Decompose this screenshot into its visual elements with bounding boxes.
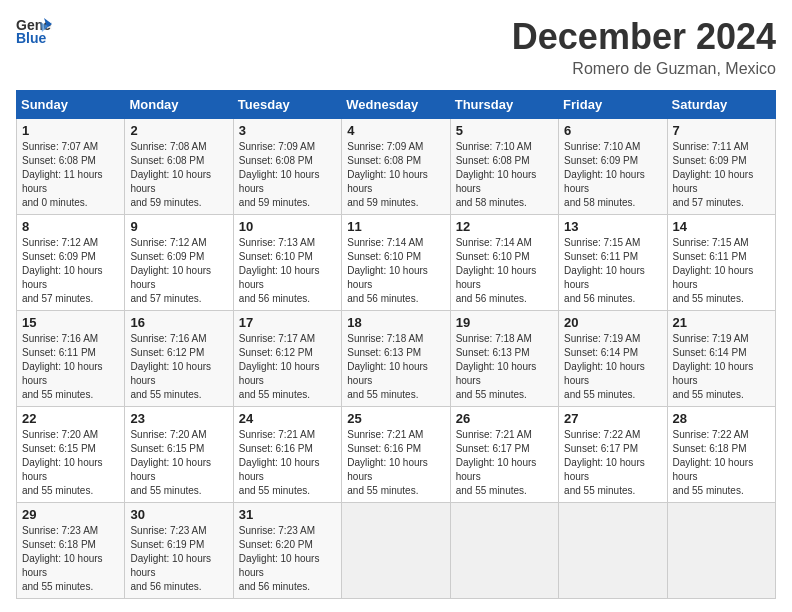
- calendar-cell: 25Sunrise: 7:21 AMSunset: 6:16 PMDayligh…: [342, 407, 450, 503]
- day-info: Sunrise: 7:12 AMSunset: 6:09 PMDaylight:…: [130, 236, 227, 306]
- week-row-3: 15Sunrise: 7:16 AMSunset: 6:11 PMDayligh…: [17, 311, 776, 407]
- calendar-cell: 29Sunrise: 7:23 AMSunset: 6:18 PMDayligh…: [17, 503, 125, 599]
- column-header-saturday: Saturday: [667, 91, 775, 119]
- day-number: 28: [673, 411, 770, 426]
- day-number: 11: [347, 219, 444, 234]
- calendar-cell: 24Sunrise: 7:21 AMSunset: 6:16 PMDayligh…: [233, 407, 341, 503]
- day-info: Sunrise: 7:18 AMSunset: 6:13 PMDaylight:…: [347, 332, 444, 402]
- calendar-cell: 15Sunrise: 7:16 AMSunset: 6:11 PMDayligh…: [17, 311, 125, 407]
- column-header-thursday: Thursday: [450, 91, 558, 119]
- day-info: Sunrise: 7:22 AMSunset: 6:18 PMDaylight:…: [673, 428, 770, 498]
- week-row-5: 29Sunrise: 7:23 AMSunset: 6:18 PMDayligh…: [17, 503, 776, 599]
- day-number: 24: [239, 411, 336, 426]
- calendar-cell: 17Sunrise: 7:17 AMSunset: 6:12 PMDayligh…: [233, 311, 341, 407]
- calendar-cell: 20Sunrise: 7:19 AMSunset: 6:14 PMDayligh…: [559, 311, 667, 407]
- calendar-cell: 16Sunrise: 7:16 AMSunset: 6:12 PMDayligh…: [125, 311, 233, 407]
- day-info: Sunrise: 7:13 AMSunset: 6:10 PMDaylight:…: [239, 236, 336, 306]
- day-number: 22: [22, 411, 119, 426]
- day-number: 5: [456, 123, 553, 138]
- day-info: Sunrise: 7:21 AMSunset: 6:16 PMDaylight:…: [347, 428, 444, 498]
- calendar-cell: [342, 503, 450, 599]
- week-row-1: 1Sunrise: 7:07 AMSunset: 6:08 PMDaylight…: [17, 119, 776, 215]
- day-info: Sunrise: 7:20 AMSunset: 6:15 PMDaylight:…: [22, 428, 119, 498]
- day-info: Sunrise: 7:21 AMSunset: 6:17 PMDaylight:…: [456, 428, 553, 498]
- day-number: 7: [673, 123, 770, 138]
- day-number: 29: [22, 507, 119, 522]
- day-number: 30: [130, 507, 227, 522]
- calendar-cell: 1Sunrise: 7:07 AMSunset: 6:08 PMDaylight…: [17, 119, 125, 215]
- calendar-cell: 12Sunrise: 7:14 AMSunset: 6:10 PMDayligh…: [450, 215, 558, 311]
- day-info: Sunrise: 7:15 AMSunset: 6:11 PMDaylight:…: [673, 236, 770, 306]
- day-info: Sunrise: 7:14 AMSunset: 6:10 PMDaylight:…: [456, 236, 553, 306]
- day-number: 16: [130, 315, 227, 330]
- column-header-wednesday: Wednesday: [342, 91, 450, 119]
- day-number: 9: [130, 219, 227, 234]
- calendar-cell: [667, 503, 775, 599]
- day-number: 3: [239, 123, 336, 138]
- calendar-cell: 19Sunrise: 7:18 AMSunset: 6:13 PMDayligh…: [450, 311, 558, 407]
- day-number: 4: [347, 123, 444, 138]
- calendar-cell: 5Sunrise: 7:10 AMSunset: 6:08 PMDaylight…: [450, 119, 558, 215]
- calendar-cell: 31Sunrise: 7:23 AMSunset: 6:20 PMDayligh…: [233, 503, 341, 599]
- day-info: Sunrise: 7:08 AMSunset: 6:08 PMDaylight:…: [130, 140, 227, 210]
- svg-text:Blue: Blue: [16, 30, 47, 46]
- column-header-sunday: Sunday: [17, 91, 125, 119]
- day-info: Sunrise: 7:09 AMSunset: 6:08 PMDaylight:…: [239, 140, 336, 210]
- calendar-cell: 27Sunrise: 7:22 AMSunset: 6:17 PMDayligh…: [559, 407, 667, 503]
- calendar-cell: 26Sunrise: 7:21 AMSunset: 6:17 PMDayligh…: [450, 407, 558, 503]
- day-info: Sunrise: 7:12 AMSunset: 6:09 PMDaylight:…: [22, 236, 119, 306]
- calendar-cell: 13Sunrise: 7:15 AMSunset: 6:11 PMDayligh…: [559, 215, 667, 311]
- day-info: Sunrise: 7:20 AMSunset: 6:15 PMDaylight:…: [130, 428, 227, 498]
- column-header-friday: Friday: [559, 91, 667, 119]
- calendar-cell: [559, 503, 667, 599]
- day-info: Sunrise: 7:07 AMSunset: 6:08 PMDaylight:…: [22, 140, 119, 210]
- calendar-cell: 3Sunrise: 7:09 AMSunset: 6:08 PMDaylight…: [233, 119, 341, 215]
- column-header-tuesday: Tuesday: [233, 91, 341, 119]
- day-number: 13: [564, 219, 661, 234]
- day-info: Sunrise: 7:23 AMSunset: 6:20 PMDaylight:…: [239, 524, 336, 594]
- day-info: Sunrise: 7:23 AMSunset: 6:18 PMDaylight:…: [22, 524, 119, 594]
- calendar-cell: 14Sunrise: 7:15 AMSunset: 6:11 PMDayligh…: [667, 215, 775, 311]
- calendar-cell: 2Sunrise: 7:08 AMSunset: 6:08 PMDaylight…: [125, 119, 233, 215]
- day-number: 10: [239, 219, 336, 234]
- calendar-cell: 7Sunrise: 7:11 AMSunset: 6:09 PMDaylight…: [667, 119, 775, 215]
- day-info: Sunrise: 7:15 AMSunset: 6:11 PMDaylight:…: [564, 236, 661, 306]
- week-row-4: 22Sunrise: 7:20 AMSunset: 6:15 PMDayligh…: [17, 407, 776, 503]
- day-info: Sunrise: 7:17 AMSunset: 6:12 PMDaylight:…: [239, 332, 336, 402]
- day-number: 26: [456, 411, 553, 426]
- day-number: 31: [239, 507, 336, 522]
- day-number: 25: [347, 411, 444, 426]
- calendar-cell: 8Sunrise: 7:12 AMSunset: 6:09 PMDaylight…: [17, 215, 125, 311]
- column-header-monday: Monday: [125, 91, 233, 119]
- day-number: 27: [564, 411, 661, 426]
- day-number: 1: [22, 123, 119, 138]
- day-number: 12: [456, 219, 553, 234]
- day-number: 2: [130, 123, 227, 138]
- day-number: 19: [456, 315, 553, 330]
- day-info: Sunrise: 7:09 AMSunset: 6:08 PMDaylight:…: [347, 140, 444, 210]
- day-info: Sunrise: 7:10 AMSunset: 6:08 PMDaylight:…: [456, 140, 553, 210]
- day-info: Sunrise: 7:16 AMSunset: 6:12 PMDaylight:…: [130, 332, 227, 402]
- day-number: 23: [130, 411, 227, 426]
- calendar-header-row: SundayMondayTuesdayWednesdayThursdayFrid…: [17, 91, 776, 119]
- day-info: Sunrise: 7:11 AMSunset: 6:09 PMDaylight:…: [673, 140, 770, 210]
- day-number: 17: [239, 315, 336, 330]
- calendar-table: SundayMondayTuesdayWednesdayThursdayFrid…: [16, 90, 776, 599]
- week-row-2: 8Sunrise: 7:12 AMSunset: 6:09 PMDaylight…: [17, 215, 776, 311]
- day-info: Sunrise: 7:10 AMSunset: 6:09 PMDaylight:…: [564, 140, 661, 210]
- day-number: 21: [673, 315, 770, 330]
- calendar-cell: 30Sunrise: 7:23 AMSunset: 6:19 PMDayligh…: [125, 503, 233, 599]
- logo: General Blue: [16, 16, 52, 50]
- title-area: December 2024 Romero de Guzman, Mexico: [512, 16, 776, 78]
- month-title: December 2024: [512, 16, 776, 58]
- day-info: Sunrise: 7:22 AMSunset: 6:17 PMDaylight:…: [564, 428, 661, 498]
- day-number: 15: [22, 315, 119, 330]
- location-subtitle: Romero de Guzman, Mexico: [512, 60, 776, 78]
- calendar-cell: 11Sunrise: 7:14 AMSunset: 6:10 PMDayligh…: [342, 215, 450, 311]
- calendar-cell: 6Sunrise: 7:10 AMSunset: 6:09 PMDaylight…: [559, 119, 667, 215]
- day-info: Sunrise: 7:16 AMSunset: 6:11 PMDaylight:…: [22, 332, 119, 402]
- calendar-cell: 22Sunrise: 7:20 AMSunset: 6:15 PMDayligh…: [17, 407, 125, 503]
- calendar-cell: 4Sunrise: 7:09 AMSunset: 6:08 PMDaylight…: [342, 119, 450, 215]
- page-header: General Blue December 2024 Romero de Guz…: [16, 16, 776, 78]
- calendar-cell: 21Sunrise: 7:19 AMSunset: 6:14 PMDayligh…: [667, 311, 775, 407]
